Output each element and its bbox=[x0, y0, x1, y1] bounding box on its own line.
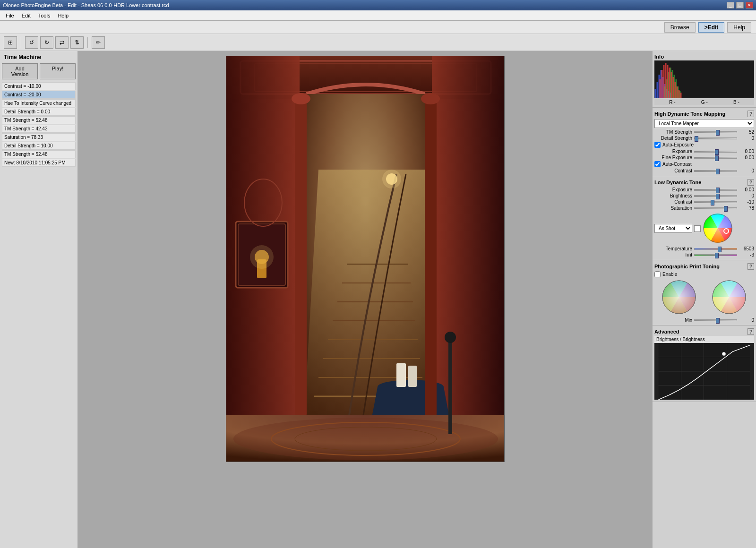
photo-svg bbox=[226, 56, 505, 462]
color-mode-dropdown[interactable]: As Shot Auto Daylight bbox=[654, 224, 692, 233]
brightness-value: 0 bbox=[739, 193, 754, 198]
tm-strength-value: 52 bbox=[739, 129, 754, 135]
window-controls: _ □ ✕ bbox=[727, 2, 753, 9]
ld-contrast-row: Contrast -10 bbox=[654, 199, 754, 205]
history-item[interactable]: TM Strength = 52.48 bbox=[2, 116, 76, 124]
flip-horizontal-button[interactable]: ⇄ bbox=[55, 36, 69, 49]
minimize-button[interactable]: _ bbox=[727, 2, 734, 9]
auto-contrast-label: Auto-Contrast bbox=[662, 162, 692, 167]
rotate-right-button[interactable]: ↻ bbox=[40, 36, 53, 49]
curve-editor[interactable] bbox=[654, 343, 754, 400]
svg-rect-26 bbox=[396, 363, 406, 387]
lowdyn-help-button[interactable]: ? bbox=[747, 179, 754, 186]
close-button[interactable]: ✕ bbox=[746, 2, 753, 9]
svg-marker-10 bbox=[304, 170, 425, 415]
svg-rect-27 bbox=[408, 366, 417, 387]
toning-enable-row: Enable bbox=[654, 271, 754, 278]
history-item[interactable]: Saturation = 78.33 bbox=[2, 133, 76, 141]
edit-button[interactable]: >Edit bbox=[698, 22, 725, 33]
menu-edit[interactable]: Edit bbox=[18, 12, 34, 19]
svg-rect-58 bbox=[663, 65, 665, 98]
saturation-slider[interactable] bbox=[694, 207, 737, 209]
menu-tools[interactable]: Tools bbox=[34, 12, 54, 19]
saturation-value: 78 bbox=[739, 206, 754, 211]
menubar: File Edit Tools Help bbox=[0, 10, 756, 21]
edit-tool-button[interactable]: ✏ bbox=[92, 36, 105, 49]
contrast-value: 0 bbox=[739, 168, 754, 173]
auto-contrast-checkbox[interactable] bbox=[654, 161, 661, 167]
highlight-wheel-svg[interactable] bbox=[712, 280, 747, 315]
tm-strength-slider[interactable] bbox=[694, 131, 737, 133]
svg-rect-56 bbox=[660, 79, 661, 98]
temperature-row: Temperature 6503 bbox=[654, 246, 754, 252]
svg-point-23 bbox=[250, 245, 274, 269]
lowdyn-section: Low Dynamic Tone ? Exposure 0.00 Brightn… bbox=[653, 176, 756, 260]
flip-vertical-button[interactable]: ⇅ bbox=[70, 36, 84, 49]
hist-r-label: R - bbox=[669, 100, 675, 105]
history-item[interactable]: TM Strength = 42.43 bbox=[2, 125, 76, 133]
temperature-label: Temperature bbox=[654, 246, 692, 251]
fine-exposure-slider[interactable] bbox=[694, 157, 737, 159]
history-item[interactable]: Detail Strength = 10.00 bbox=[2, 142, 76, 150]
play-button[interactable]: Play! bbox=[40, 63, 76, 79]
detail-strength-slider[interactable] bbox=[694, 137, 737, 139]
auto-exposure-label: Auto-Exposure bbox=[662, 142, 694, 147]
maximize-button[interactable]: □ bbox=[736, 2, 744, 9]
mix-value: 0 bbox=[739, 317, 754, 323]
advanced-help-button[interactable]: ? bbox=[747, 328, 754, 335]
history-item[interactable]: Contrast = -20.00 bbox=[2, 91, 76, 99]
tone-mapper-dropdown-row: Local Tone Mapper bbox=[654, 118, 754, 129]
toning-enable-label: Enable bbox=[662, 272, 677, 277]
history-item[interactable]: Hue To Intensity Curve changed bbox=[2, 99, 76, 107]
tint-slider[interactable] bbox=[694, 254, 737, 256]
svg-point-37 bbox=[445, 332, 456, 343]
svg-rect-39 bbox=[657, 82, 658, 98]
curve-label: Brightness / Brightness bbox=[654, 336, 754, 343]
history-item[interactable]: TM Strength = 52.48 bbox=[2, 150, 76, 158]
temperature-slider[interactable] bbox=[694, 248, 737, 250]
menu-help[interactable]: Help bbox=[54, 12, 72, 19]
contrast-row: Contrast 0 bbox=[654, 168, 754, 174]
tone-mapper-dropdown[interactable]: Local Tone Mapper bbox=[654, 119, 754, 128]
ld-contrast-label: Contrast bbox=[654, 199, 692, 205]
toolbar: ⊞ ↺ ↻ ⇄ ⇅ ✏ bbox=[0, 34, 756, 51]
history-item[interactable]: Contrast = -10.00 bbox=[2, 82, 76, 90]
exposure-slider[interactable] bbox=[694, 151, 737, 153]
toning-enable-checkbox[interactable] bbox=[654, 271, 661, 277]
hdrtm-help-button[interactable]: ? bbox=[747, 111, 754, 117]
mix-slider[interactable] bbox=[694, 319, 737, 321]
fit-window-button[interactable]: ⊞ bbox=[4, 36, 17, 49]
help-button[interactable]: Help bbox=[727, 22, 751, 33]
add-version-button[interactable]: Add Version bbox=[2, 63, 38, 79]
color-mode-row: As Shot Auto Daylight bbox=[654, 211, 754, 246]
svg-rect-62 bbox=[671, 72, 672, 98]
history-item[interactable]: Detail Strength = 0.00 bbox=[2, 108, 76, 116]
white-box bbox=[694, 225, 701, 232]
tm-strength-row: TM Strength 52 bbox=[654, 129, 754, 135]
contrast-slider[interactable] bbox=[694, 170, 737, 172]
color-wheel-svg bbox=[703, 213, 733, 244]
history-item[interactable]: New: 8/10/2010 11:05:25 PM bbox=[2, 159, 76, 167]
brightness-row: Brightness 0 bbox=[654, 193, 754, 199]
svg-rect-32 bbox=[295, 94, 307, 415]
main-area: Time Machine Add Version Play! Contrast … bbox=[0, 51, 756, 548]
browse-button[interactable]: Browse bbox=[664, 22, 696, 33]
lowdyn-title: Low Dynamic Tone bbox=[654, 180, 701, 185]
brightness-slider[interactable] bbox=[694, 195, 737, 197]
ld-contrast-slider[interactable] bbox=[694, 201, 737, 203]
mix-label: Mix bbox=[654, 317, 692, 323]
ld-exposure-slider[interactable] bbox=[694, 189, 737, 191]
toning-wheels bbox=[654, 278, 754, 317]
shadow-wheel-svg[interactable] bbox=[662, 280, 697, 315]
menu-file[interactable]: File bbox=[2, 12, 18, 19]
ld-contrast-value: -10 bbox=[739, 199, 754, 205]
time-machine-panel: Time Machine Add Version Play! Contrast … bbox=[0, 51, 78, 548]
auto-exposure-checkbox[interactable] bbox=[654, 142, 661, 148]
saturation-row: Saturation 78 bbox=[654, 205, 754, 211]
detail-strength-label: Detail Strength bbox=[654, 136, 692, 141]
rotate-left-button[interactable]: ↺ bbox=[25, 36, 38, 49]
print-toning-title: Photographic Print Toning bbox=[654, 264, 720, 269]
photo-canvas bbox=[226, 56, 505, 462]
print-toning-help-button[interactable]: ? bbox=[747, 263, 754, 270]
color-wheel-widget[interactable] bbox=[703, 213, 733, 244]
